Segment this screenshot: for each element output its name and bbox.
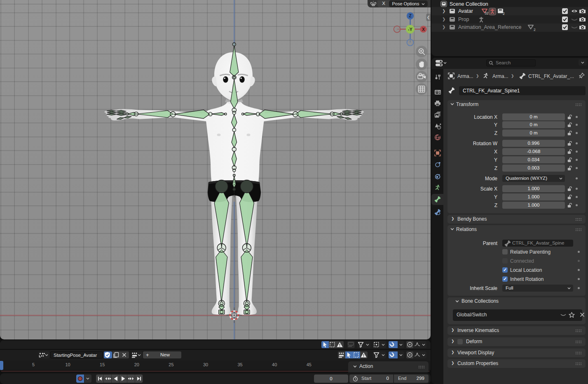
svg-text:2: 2	[534, 28, 536, 32]
svg-text:2: 2	[503, 12, 505, 16]
svg-text:-Y: -Y	[408, 27, 412, 32]
svg-text:32: 32	[485, 11, 489, 15]
svg-text:Z: Z	[409, 14, 411, 18]
svg-text:X: X	[422, 27, 425, 32]
